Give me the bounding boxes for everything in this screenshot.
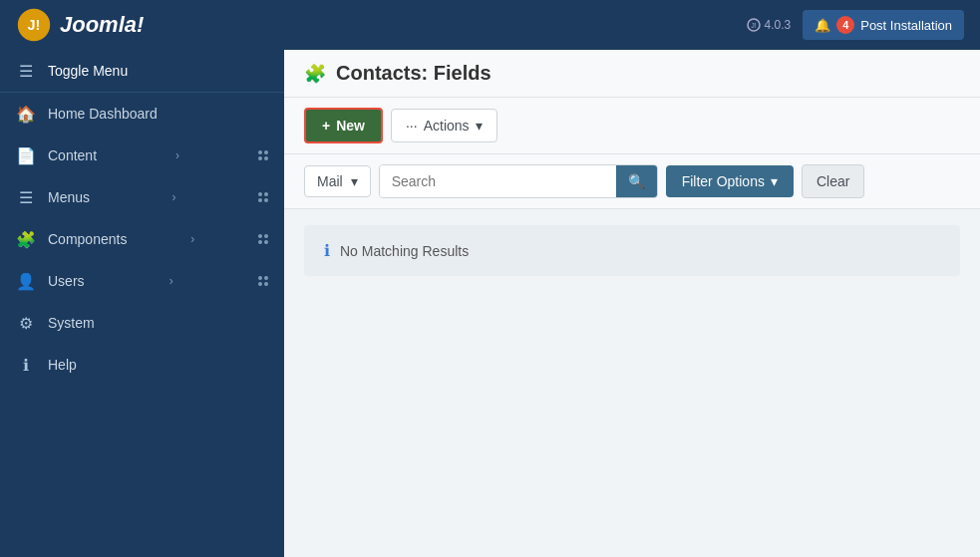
components-grid-icon (258, 234, 268, 244)
actions-button[interactable]: ··· Actions ▾ (391, 109, 497, 142)
sidebar-home-label: Home Dashboard (48, 106, 158, 122)
notifications-button[interactable]: 🔔 4 Post Installation (803, 10, 964, 40)
top-header: J! Joomla! J! 4.0.3 🔔 4 Post Installatio… (0, 0, 980, 50)
sidebar: ☰ Toggle Menu 🏠 Home Dashboard 📄 Content… (0, 50, 284, 557)
sidebar-content-label: Content (48, 147, 97, 163)
clear-button[interactable]: Clear (802, 164, 864, 198)
menus-chevron-icon: › (172, 190, 176, 204)
home-icon: 🏠 (16, 104, 36, 124)
version-badge: J! 4.0.3 (747, 18, 792, 32)
menus-grid-icon (258, 192, 268, 202)
toggle-menu-label: Toggle Menu (48, 63, 128, 79)
users-icon: 👤 (16, 271, 36, 291)
svg-text:J!: J! (751, 22, 757, 29)
no-results-text: No Matching Results (340, 243, 469, 259)
sidebar-users-label: Users (48, 273, 85, 289)
toolbar: + New ··· Actions ▾ (284, 98, 980, 154)
sidebar-system-label: System (48, 315, 95, 331)
sidebar-toggle-menu[interactable]: ☰ Toggle Menu (0, 50, 284, 93)
mail-filter-label: Mail (317, 173, 343, 189)
actions-chevron-icon: ▾ (476, 118, 483, 134)
joomla-version-icon: J! (747, 18, 761, 32)
sidebar-item-content[interactable]: 📄 Content › (0, 135, 284, 176)
sidebar-item-components[interactable]: 🧩 Components › (0, 218, 284, 260)
svg-text:J!: J! (28, 17, 41, 33)
sidebar-item-help[interactable]: ℹ Help (0, 344, 284, 386)
mail-filter-chevron-icon: ▾ (351, 173, 358, 189)
filters-bar: Mail ▾ 🔍 Filter Options ▾ Clear (284, 154, 980, 209)
new-button[interactable]: + New (304, 108, 383, 143)
sidebar-item-system[interactable]: ⚙ System (0, 302, 284, 344)
components-chevron-icon: › (190, 232, 194, 246)
sidebar-components-label: Components (48, 231, 127, 247)
filter-options-chevron-icon: ▾ (771, 173, 778, 189)
page-header-icon: 🧩 (304, 63, 326, 85)
filter-options-label: Filter Options (682, 173, 765, 189)
components-icon: 🧩 (16, 229, 36, 249)
main-area: ☰ Toggle Menu 🏠 Home Dashboard 📄 Content… (0, 50, 980, 557)
logo-text: Joomla! (60, 12, 144, 38)
bell-icon: 🔔 (815, 18, 830, 33)
page-area: 🧩 Contacts: Fields + New ··· Actions ▾ M… (284, 50, 980, 557)
sidebar-item-home-dashboard[interactable]: 🏠 Home Dashboard (0, 93, 284, 135)
notification-count: 4 (836, 16, 854, 34)
post-installation-label: Post Installation (860, 18, 952, 33)
actions-dots-icon: ··· (406, 118, 418, 134)
content-chevron-icon: › (175, 148, 179, 162)
no-results-message: ℹ No Matching Results (304, 225, 960, 276)
actions-label: Actions (424, 118, 470, 134)
header-right: J! 4.0.3 🔔 4 Post Installation (747, 10, 964, 40)
content-grid-icon (258, 150, 268, 160)
version-text: 4.0.3 (765, 18, 792, 32)
users-chevron-icon: › (169, 274, 173, 288)
logo-area: J! Joomla! (16, 7, 144, 43)
search-icon: 🔍 (628, 173, 645, 189)
content-icon: 📄 (16, 145, 36, 165)
sidebar-menus-label: Menus (48, 189, 90, 205)
sidebar-item-menus[interactable]: ☰ Menus › (0, 176, 284, 218)
menus-icon: ☰ (16, 187, 36, 207)
filter-options-button[interactable]: Filter Options ▾ (666, 165, 794, 197)
page-header: 🧩 Contacts: Fields (284, 50, 980, 98)
info-icon: ℹ (324, 241, 330, 260)
plus-icon: + (322, 118, 330, 134)
users-grid-icon (258, 276, 268, 286)
search-input[interactable] (380, 165, 616, 197)
search-input-wrap: 🔍 (379, 164, 658, 198)
clear-label: Clear (817, 173, 849, 189)
joomla-logo-icon: J! (16, 7, 52, 43)
toggle-menu-icon: ☰ (16, 61, 36, 81)
content-area: ℹ No Matching Results (284, 209, 980, 557)
mail-filter-select[interactable]: Mail ▾ (304, 165, 371, 197)
help-icon: ℹ (16, 355, 36, 375)
sidebar-item-users[interactable]: 👤 Users › (0, 260, 284, 302)
system-icon: ⚙ (16, 313, 36, 333)
search-button[interactable]: 🔍 (616, 165, 657, 197)
page-title: Contacts: Fields (336, 62, 491, 85)
sidebar-help-label: Help (48, 357, 77, 373)
new-label: New (336, 118, 365, 134)
